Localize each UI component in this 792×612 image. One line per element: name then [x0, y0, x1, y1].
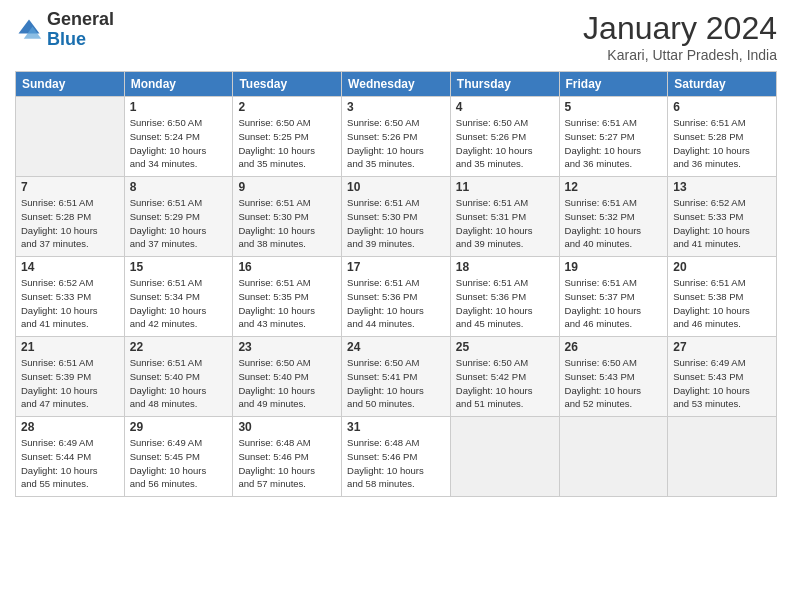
calendar-cell: 28Sunrise: 6:49 AM Sunset: 5:44 PM Dayli…	[16, 417, 125, 497]
day-number: 19	[565, 260, 663, 274]
day-info: Sunrise: 6:50 AM Sunset: 5:43 PM Dayligh…	[565, 356, 663, 411]
day-number: 14	[21, 260, 119, 274]
day-info: Sunrise: 6:51 AM Sunset: 5:40 PM Dayligh…	[130, 356, 228, 411]
calendar-cell: 29Sunrise: 6:49 AM Sunset: 5:45 PM Dayli…	[124, 417, 233, 497]
day-info: Sunrise: 6:50 AM Sunset: 5:42 PM Dayligh…	[456, 356, 554, 411]
day-number: 22	[130, 340, 228, 354]
day-info: Sunrise: 6:51 AM Sunset: 5:35 PM Dayligh…	[238, 276, 336, 331]
day-number: 4	[456, 100, 554, 114]
calendar-cell: 27Sunrise: 6:49 AM Sunset: 5:43 PM Dayli…	[668, 337, 777, 417]
day-number: 6	[673, 100, 771, 114]
calendar-cell: 22Sunrise: 6:51 AM Sunset: 5:40 PM Dayli…	[124, 337, 233, 417]
day-info: Sunrise: 6:51 AM Sunset: 5:34 PM Dayligh…	[130, 276, 228, 331]
calendar-cell: 26Sunrise: 6:50 AM Sunset: 5:43 PM Dayli…	[559, 337, 668, 417]
day-info: Sunrise: 6:51 AM Sunset: 5:32 PM Dayligh…	[565, 196, 663, 251]
logo-blue: Blue	[47, 29, 86, 49]
calendar-week-1: 7Sunrise: 6:51 AM Sunset: 5:28 PM Daylig…	[16, 177, 777, 257]
day-info: Sunrise: 6:51 AM Sunset: 5:36 PM Dayligh…	[347, 276, 445, 331]
calendar-cell: 19Sunrise: 6:51 AM Sunset: 5:37 PM Dayli…	[559, 257, 668, 337]
calendar-cell: 23Sunrise: 6:50 AM Sunset: 5:40 PM Dayli…	[233, 337, 342, 417]
day-info: Sunrise: 6:50 AM Sunset: 5:26 PM Dayligh…	[456, 116, 554, 171]
day-number: 29	[130, 420, 228, 434]
calendar-week-3: 21Sunrise: 6:51 AM Sunset: 5:39 PM Dayli…	[16, 337, 777, 417]
header-monday: Monday	[124, 72, 233, 97]
day-info: Sunrise: 6:50 AM Sunset: 5:25 PM Dayligh…	[238, 116, 336, 171]
calendar-cell: 16Sunrise: 6:51 AM Sunset: 5:35 PM Dayli…	[233, 257, 342, 337]
day-number: 23	[238, 340, 336, 354]
calendar-cell: 31Sunrise: 6:48 AM Sunset: 5:46 PM Dayli…	[342, 417, 451, 497]
calendar-cell: 13Sunrise: 6:52 AM Sunset: 5:33 PM Dayli…	[668, 177, 777, 257]
calendar-cell: 21Sunrise: 6:51 AM Sunset: 5:39 PM Dayli…	[16, 337, 125, 417]
day-info: Sunrise: 6:51 AM Sunset: 5:30 PM Dayligh…	[347, 196, 445, 251]
day-info: Sunrise: 6:48 AM Sunset: 5:46 PM Dayligh…	[347, 436, 445, 491]
calendar-cell	[450, 417, 559, 497]
day-number: 30	[238, 420, 336, 434]
calendar-cell: 12Sunrise: 6:51 AM Sunset: 5:32 PM Dayli…	[559, 177, 668, 257]
calendar-cell: 17Sunrise: 6:51 AM Sunset: 5:36 PM Dayli…	[342, 257, 451, 337]
calendar-cell: 14Sunrise: 6:52 AM Sunset: 5:33 PM Dayli…	[16, 257, 125, 337]
day-info: Sunrise: 6:51 AM Sunset: 5:38 PM Dayligh…	[673, 276, 771, 331]
day-number: 15	[130, 260, 228, 274]
day-info: Sunrise: 6:52 AM Sunset: 5:33 PM Dayligh…	[673, 196, 771, 251]
logo-icon	[15, 16, 43, 44]
calendar-week-0: 1Sunrise: 6:50 AM Sunset: 5:24 PM Daylig…	[16, 97, 777, 177]
day-number: 27	[673, 340, 771, 354]
calendar-week-4: 28Sunrise: 6:49 AM Sunset: 5:44 PM Dayli…	[16, 417, 777, 497]
header: General Blue January 2024 Karari, Uttar …	[15, 10, 777, 63]
logo-general: General	[47, 9, 114, 29]
day-number: 11	[456, 180, 554, 194]
day-number: 8	[130, 180, 228, 194]
month-title: January 2024	[583, 10, 777, 47]
calendar-cell: 15Sunrise: 6:51 AM Sunset: 5:34 PM Dayli…	[124, 257, 233, 337]
calendar-cell: 8Sunrise: 6:51 AM Sunset: 5:29 PM Daylig…	[124, 177, 233, 257]
calendar-cell: 6Sunrise: 6:51 AM Sunset: 5:28 PM Daylig…	[668, 97, 777, 177]
day-number: 21	[21, 340, 119, 354]
day-number: 10	[347, 180, 445, 194]
header-tuesday: Tuesday	[233, 72, 342, 97]
calendar-cell: 1Sunrise: 6:50 AM Sunset: 5:24 PM Daylig…	[124, 97, 233, 177]
day-number: 2	[238, 100, 336, 114]
calendar-header-row: Sunday Monday Tuesday Wednesday Thursday…	[16, 72, 777, 97]
day-number: 5	[565, 100, 663, 114]
logo: General Blue	[15, 10, 114, 50]
calendar-cell: 5Sunrise: 6:51 AM Sunset: 5:27 PM Daylig…	[559, 97, 668, 177]
calendar-cell: 24Sunrise: 6:50 AM Sunset: 5:41 PM Dayli…	[342, 337, 451, 417]
day-info: Sunrise: 6:50 AM Sunset: 5:24 PM Dayligh…	[130, 116, 228, 171]
header-wednesday: Wednesday	[342, 72, 451, 97]
calendar-cell: 3Sunrise: 6:50 AM Sunset: 5:26 PM Daylig…	[342, 97, 451, 177]
day-info: Sunrise: 6:48 AM Sunset: 5:46 PM Dayligh…	[238, 436, 336, 491]
calendar-cell: 20Sunrise: 6:51 AM Sunset: 5:38 PM Dayli…	[668, 257, 777, 337]
day-info: Sunrise: 6:51 AM Sunset: 5:28 PM Dayligh…	[21, 196, 119, 251]
calendar-cell	[559, 417, 668, 497]
day-info: Sunrise: 6:51 AM Sunset: 5:36 PM Dayligh…	[456, 276, 554, 331]
day-number: 12	[565, 180, 663, 194]
day-number: 3	[347, 100, 445, 114]
day-info: Sunrise: 6:51 AM Sunset: 5:27 PM Dayligh…	[565, 116, 663, 171]
calendar-cell	[668, 417, 777, 497]
header-friday: Friday	[559, 72, 668, 97]
calendar-table: Sunday Monday Tuesday Wednesday Thursday…	[15, 71, 777, 497]
calendar-cell: 10Sunrise: 6:51 AM Sunset: 5:30 PM Dayli…	[342, 177, 451, 257]
page: General Blue January 2024 Karari, Uttar …	[0, 0, 792, 612]
day-number: 9	[238, 180, 336, 194]
day-info: Sunrise: 6:50 AM Sunset: 5:26 PM Dayligh…	[347, 116, 445, 171]
calendar-week-2: 14Sunrise: 6:52 AM Sunset: 5:33 PM Dayli…	[16, 257, 777, 337]
calendar-cell: 2Sunrise: 6:50 AM Sunset: 5:25 PM Daylig…	[233, 97, 342, 177]
calendar-cell: 18Sunrise: 6:51 AM Sunset: 5:36 PM Dayli…	[450, 257, 559, 337]
calendar-cell: 30Sunrise: 6:48 AM Sunset: 5:46 PM Dayli…	[233, 417, 342, 497]
calendar-cell: 4Sunrise: 6:50 AM Sunset: 5:26 PM Daylig…	[450, 97, 559, 177]
location-subtitle: Karari, Uttar Pradesh, India	[583, 47, 777, 63]
calendar-cell: 9Sunrise: 6:51 AM Sunset: 5:30 PM Daylig…	[233, 177, 342, 257]
day-info: Sunrise: 6:51 AM Sunset: 5:39 PM Dayligh…	[21, 356, 119, 411]
calendar-cell	[16, 97, 125, 177]
day-number: 28	[21, 420, 119, 434]
day-number: 26	[565, 340, 663, 354]
day-info: Sunrise: 6:50 AM Sunset: 5:40 PM Dayligh…	[238, 356, 336, 411]
day-number: 7	[21, 180, 119, 194]
day-info: Sunrise: 6:49 AM Sunset: 5:44 PM Dayligh…	[21, 436, 119, 491]
day-number: 20	[673, 260, 771, 274]
title-block: January 2024 Karari, Uttar Pradesh, Indi…	[583, 10, 777, 63]
day-number: 1	[130, 100, 228, 114]
day-info: Sunrise: 6:49 AM Sunset: 5:43 PM Dayligh…	[673, 356, 771, 411]
day-info: Sunrise: 6:51 AM Sunset: 5:37 PM Dayligh…	[565, 276, 663, 331]
